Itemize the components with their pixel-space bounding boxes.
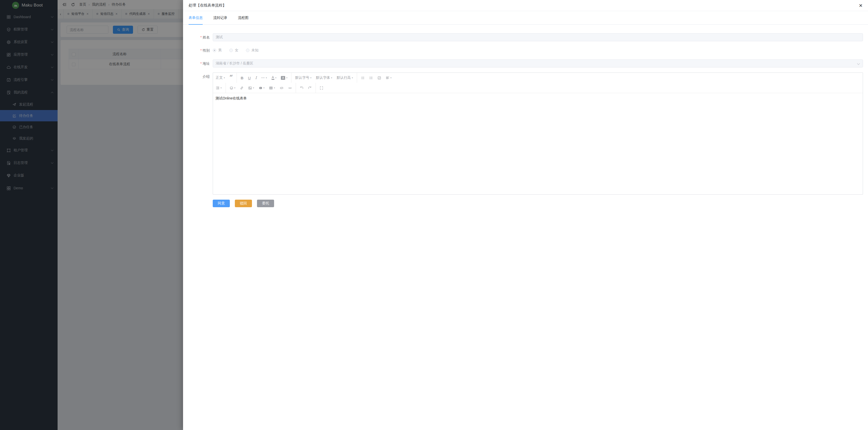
fullscreen-icon[interactable] (317, 84, 326, 91)
tab-form-info[interactable]: 表单信息 (189, 11, 203, 24)
delegate-button[interactable]: 委托 (257, 200, 274, 207)
toolbar-divider (291, 73, 291, 83)
drawer-title: 处理【在线表单流程】 (189, 3, 226, 8)
intro-label: 介绍 (183, 73, 213, 195)
gender-radio-group: 男 女 未知 (213, 46, 434, 54)
drawer-body: 姓名 性别 男 女 未知 地址 (183, 25, 434, 215)
paragraph-style-dropdown[interactable]: 正文▾ (214, 74, 227, 81)
font-family-dropdown[interactable]: 默认字体▾ (314, 74, 334, 81)
redo-icon[interactable] (306, 84, 314, 91)
name-field-row: 姓名 (183, 33, 434, 41)
divider-line-icon[interactable] (286, 84, 294, 91)
bullet-list-icon[interactable] (359, 74, 367, 81)
radio-checked-icon (213, 49, 216, 52)
rich-text-editor: 正文▾ “ B U I ···▾ A▾ A▾ 默认字号▾ 默认字体▾ (213, 73, 434, 195)
code-block-icon[interactable] (277, 84, 286, 91)
toolbar-row-1: 正文▾ “ B U I ···▾ A▾ A▾ 默认字号▾ 默认字体▾ (213, 73, 434, 83)
underline-icon[interactable]: U (246, 74, 253, 81)
undo-icon[interactable] (298, 84, 306, 91)
drawer-tabs: 表单信息 流转记录 流程图 (183, 11, 434, 25)
svg-text:3: 3 (369, 78, 370, 80)
address-field-row: 地址 湖南省 / 长沙市 / 岳麓区 (183, 59, 434, 67)
bg-color-icon[interactable]: A▾ (279, 74, 290, 81)
align-dropdown[interactable]: ▾ (383, 74, 394, 81)
font-color-icon[interactable]: A▾ (269, 74, 279, 81)
gender-field-row: 性别 男 女 未知 (183, 46, 434, 54)
ordered-list-icon[interactable]: 123 (367, 74, 375, 81)
video-dropdown[interactable]: ▾ (256, 84, 267, 91)
reject-button[interactable]: 驳回 (235, 200, 252, 207)
editor-content[interactable]: 测试Online在线表单 (213, 93, 434, 194)
agree-button[interactable]: 同意 (213, 200, 230, 207)
toolbar-divider (357, 73, 357, 83)
drawer-actions: 同意 驳回 委托 (213, 200, 434, 207)
more-styles-dropdown[interactable]: ···▾ (259, 74, 269, 81)
drawer-header: 处理【在线表单流程】 × (183, 0, 434, 11)
toolbar-divider (225, 83, 226, 93)
bold-icon[interactable]: B (238, 74, 246, 81)
link-icon[interactable] (238, 84, 246, 91)
tab-flow-diagram[interactable]: 流程图 (238, 11, 248, 24)
address-select[interactable]: 湖南省 / 长沙市 / 岳麓区 (213, 59, 434, 67)
gender-option-male[interactable]: 男 (213, 48, 222, 53)
name-label: 姓名 (183, 33, 213, 41)
font-size-dropdown[interactable]: 默认字号▾ (293, 74, 314, 81)
address-label: 地址 (183, 59, 213, 67)
image-dropdown[interactable]: ▾ (246, 84, 256, 91)
italic-icon[interactable]: I (253, 74, 259, 81)
gender-option-female[interactable]: 女 (229, 48, 238, 53)
blockquote-icon[interactable]: “ (227, 74, 235, 81)
indent-dropdown[interactable]: ▾ (214, 84, 224, 91)
gender-label: 性别 (183, 46, 213, 54)
line-height-dropdown[interactable]: 默认行高▾ (334, 74, 355, 81)
radio-icon (229, 49, 233, 52)
gender-option-unknown[interactable]: 未知 (246, 48, 258, 53)
table-dropdown[interactable]: ▾ (267, 84, 277, 91)
process-drawer: 处理【在线表单流程】 × 表单信息 流转记录 流程图 姓名 性别 男 女 (183, 0, 434, 215)
toolbar-row-2: ▾ ▾ ▾ ▾ ▾ (213, 83, 434, 93)
intro-field-row: 介绍 正文▾ “ B U I ···▾ A▾ A▾ (183, 73, 434, 195)
name-input[interactable] (213, 33, 434, 41)
tab-flow-records[interactable]: 流转记录 (213, 11, 227, 24)
todo-list-icon[interactable] (375, 74, 383, 81)
editor-toolbar: 正文▾ “ B U I ···▾ A▾ A▾ 默认字号▾ 默认字体▾ (213, 73, 434, 93)
emoji-dropdown[interactable]: ▾ (227, 84, 238, 91)
toolbar-divider (237, 73, 237, 83)
radio-icon (246, 49, 249, 52)
